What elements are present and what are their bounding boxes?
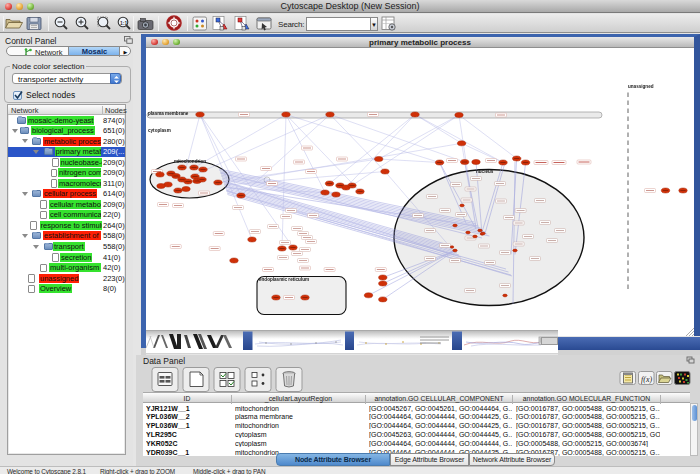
svg-text:f(x): f(x) [641, 375, 652, 384]
svg-text:cytoplasm: cytoplasm [148, 127, 171, 132]
svg-text:plasma membrane: plasma membrane [148, 110, 189, 115]
svg-text:mitochondrion: mitochondrion [174, 158, 206, 163]
svg-text:endoplasmic reticulum: endoplasmic reticulum [259, 276, 309, 281]
svg-text:1:1: 1:1 [120, 20, 127, 26]
svg-text:nucleus: nucleus [476, 169, 494, 174]
svg-text:unassigned: unassigned [628, 84, 654, 89]
